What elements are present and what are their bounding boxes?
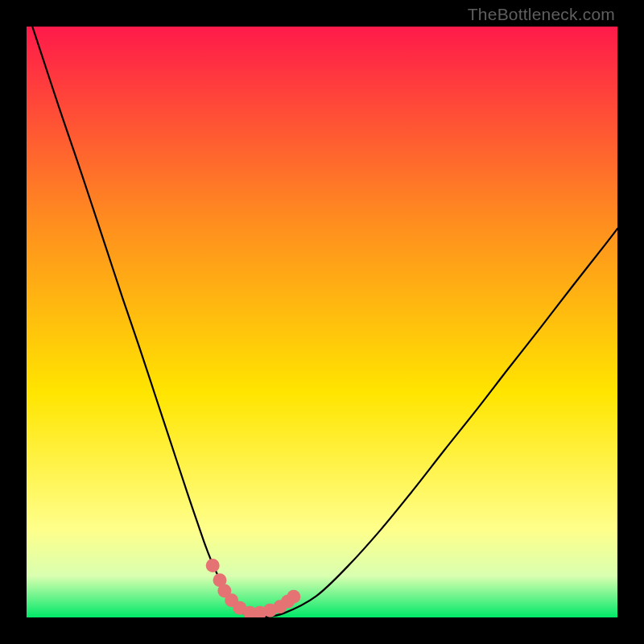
- chart-stage: TheBottleneck.com: [0, 0, 644, 644]
- trough-highlight: [206, 559, 301, 617]
- plot-area: [27, 27, 617, 617]
- watermark-text: TheBottleneck.com: [468, 5, 615, 24]
- trough-dot: [206, 559, 220, 572]
- bottleneck-curve: [27, 27, 617, 617]
- trough-dot: [287, 590, 300, 604]
- curve-layer: [27, 27, 617, 617]
